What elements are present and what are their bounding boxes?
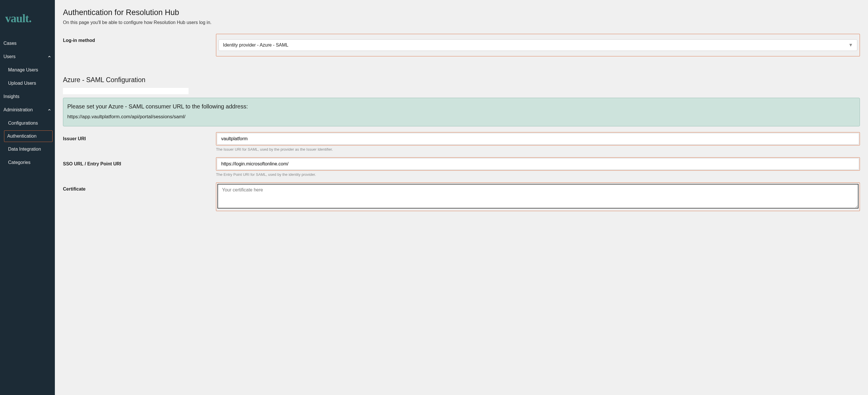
- issuer-uri-label: Issuer URI: [63, 132, 216, 141]
- certificate-highlight: [216, 182, 860, 211]
- main-content: Authentication for Resolution Hub On thi…: [55, 0, 868, 395]
- chevron-up-icon: [48, 108, 52, 112]
- banner-title: Please set your Azure - SAML consumer UR…: [67, 103, 856, 110]
- sidebar-item-label: Configurations: [8, 120, 38, 125]
- sidebar-item-label: Manage Users: [8, 67, 38, 72]
- issuer-uri-help: The Issuer URI for SAML, used by the pro…: [216, 147, 860, 151]
- sidebar-item-label: Administration: [3, 107, 33, 112]
- sidebar-item-data-integration[interactable]: Data Integration: [0, 143, 55, 156]
- certificate-textarea[interactable]: [217, 184, 859, 208]
- logo-text: vault.: [5, 12, 31, 25]
- issuer-uri-input[interactable]: [217, 133, 859, 145]
- sidebar-item-label: Data Integration: [8, 147, 41, 151]
- row-issuer-uri: Issuer URI The Issuer URI for SAML, used…: [63, 132, 860, 151]
- chevron-up-icon: [48, 55, 52, 59]
- sidebar-item-categories[interactable]: Categories: [0, 156, 55, 169]
- row-sso-url: SSO URL / Entry Point URI The Entry Poin…: [63, 157, 860, 177]
- sidebar-item-upload-users[interactable]: Upload Users: [0, 77, 55, 90]
- sso-url-input[interactable]: [217, 158, 859, 170]
- page-description: On this page you'll be able to configure…: [63, 20, 860, 25]
- certificate-label: Certificate: [63, 182, 216, 192]
- row-certificate: Certificate: [63, 182, 860, 211]
- page-title: Authentication for Resolution Hub: [63, 8, 860, 17]
- consumer-url-banner: Please set your Azure - SAML consumer UR…: [63, 98, 860, 126]
- sidebar-item-configurations[interactable]: Configurations: [0, 116, 55, 130]
- sidebar-item-label: Cases: [3, 41, 17, 46]
- logo: vault.: [0, 3, 55, 37]
- sidebar-item-manage-users[interactable]: Manage Users: [0, 63, 55, 77]
- sidebar-item-users[interactable]: Users: [0, 50, 55, 63]
- sidebar: vault. Cases Users Manage Users Upload U…: [0, 0, 55, 395]
- sidebar-item-label: Categories: [8, 160, 30, 165]
- sidebar-item-administration[interactable]: Administration: [0, 103, 55, 116]
- banner-url: https://app.vaultplatform.com/api/portal…: [67, 114, 856, 120]
- sidebar-item-label: Users: [3, 54, 16, 59]
- login-method-value: Identity provider - Azure - SAML: [223, 43, 288, 48]
- sidebar-item-label: Upload Users: [8, 81, 36, 86]
- login-method-label: Log-in method: [63, 34, 216, 43]
- sso-url-label: SSO URL / Entry Point URI: [63, 157, 216, 167]
- sidebar-item-authentication[interactable]: Authentication: [4, 131, 53, 142]
- login-method-select[interactable]: Identity provider - Azure - SAML ▼: [219, 39, 857, 51]
- caret-down-icon: ▼: [848, 43, 853, 48]
- sso-url-help: The Entry Point URI for SAML, used by th…: [216, 172, 860, 177]
- white-strip: [63, 88, 189, 94]
- nav: Cases Users Manage Users Upload Users In…: [0, 37, 55, 169]
- login-method-highlight: Identity provider - Azure - SAML ▼: [216, 34, 860, 56]
- sidebar-item-label: Authentication: [7, 134, 36, 139]
- sidebar-item-label: Insights: [3, 94, 19, 99]
- row-login-method: Log-in method Identity provider - Azure …: [63, 34, 860, 56]
- section-title: Azure - SAML Configuration: [63, 76, 860, 84]
- sidebar-item-insights[interactable]: Insights: [0, 90, 55, 103]
- sidebar-item-cases[interactable]: Cases: [0, 37, 55, 50]
- issuer-uri-highlight: [216, 132, 860, 145]
- sso-url-highlight: [216, 157, 860, 171]
